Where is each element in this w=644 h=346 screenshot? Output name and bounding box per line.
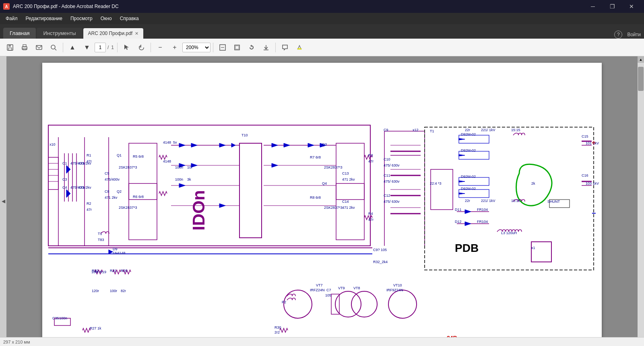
highlight-button[interactable] bbox=[293, 41, 306, 54]
label-2sk2837-3-3: 2SK2837*3 bbox=[324, 165, 343, 169]
page-number-input[interactable] bbox=[95, 43, 106, 52]
label-120r: 120r bbox=[92, 289, 99, 293]
menubar: Файл Редактирование Просмотр Окно Справк… bbox=[0, 13, 644, 24]
label-shunt: SHUNT bbox=[547, 200, 560, 204]
titlebar: A ARC 200 Профи.pdf - Adobe Acrobat Read… bbox=[0, 0, 644, 13]
app-icon: A bbox=[3, 3, 10, 10]
label-471-2kv-5: 471 2kv bbox=[342, 206, 355, 210]
tab-home[interactable]: Главная bbox=[3, 28, 36, 39]
menu-edit[interactable]: Редактирование bbox=[22, 14, 66, 23]
hand-tool-button[interactable] bbox=[134, 41, 148, 54]
menu-view[interactable]: Просмотр bbox=[66, 14, 97, 23]
close-button[interactable]: ✕ bbox=[622, 0, 641, 13]
label-q4: Q4 bbox=[322, 181, 327, 185]
label-47r-3: 47r bbox=[368, 159, 374, 163]
download-button[interactable] bbox=[259, 41, 273, 54]
menu-help[interactable]: Справка bbox=[116, 14, 143, 23]
label-15-15-2: 15:15 bbox=[511, 199, 520, 203]
label-irf9z24n: IRF9Z24N bbox=[386, 288, 403, 292]
label-x1: x1 bbox=[531, 246, 535, 250]
menu-window[interactable]: Окно bbox=[97, 14, 116, 23]
scroll-left-arrow[interactable]: ◀ bbox=[0, 56, 6, 346]
label-q1: Q1 bbox=[117, 153, 122, 157]
label-221-1kv-2: 221/ 1kV bbox=[481, 199, 495, 203]
help-icon[interactable]: ? bbox=[614, 31, 622, 39]
scroll-track[interactable] bbox=[638, 63, 644, 340]
separator-4 bbox=[213, 43, 213, 52]
label-100n-c35: 100n bbox=[59, 316, 67, 320]
label-t1: T1 bbox=[430, 129, 434, 133]
label-471-2kv-2: 471 2kv bbox=[78, 185, 91, 189]
label-p2: P2 bbox=[282, 300, 286, 304]
label-c8: C8 bbox=[105, 189, 109, 194]
label-r1: R1 bbox=[87, 153, 91, 157]
label-475-630v-2: 475/ 630v bbox=[384, 179, 400, 183]
svg-line-8 bbox=[55, 49, 56, 50]
label-c4: C4 bbox=[62, 185, 67, 189]
label-105: 105 bbox=[325, 293, 331, 297]
label-4148-2: 4148 bbox=[163, 159, 171, 163]
label-r8-6r8: R8 6r8 bbox=[310, 196, 321, 200]
select-tool-button[interactable] bbox=[120, 41, 134, 54]
fit-page-button[interactable] bbox=[230, 41, 244, 54]
label-471-2kv-4: 471 2kv bbox=[342, 177, 355, 181]
minimize-button[interactable]: ─ bbox=[584, 0, 602, 13]
email-button[interactable] bbox=[32, 41, 46, 54]
svg-rect-1 bbox=[8, 45, 11, 47]
label-c35: C35 bbox=[52, 316, 59, 320]
scroll-thumb[interactable] bbox=[638, 67, 644, 91]
label-vt7: VT7 bbox=[316, 283, 323, 287]
comment-button[interactable] bbox=[278, 41, 292, 54]
label-irfz24n-1: IRFZ24N bbox=[310, 288, 325, 292]
label-471-2kv-3: 471 2kv bbox=[105, 196, 118, 200]
save-button[interactable] bbox=[3, 41, 17, 54]
svg-text:−: − bbox=[592, 209, 596, 217]
zoom-out-button[interactable]: − bbox=[153, 41, 167, 54]
label-47r-1: 47r bbox=[87, 159, 92, 163]
next-page-button[interactable]: ▼ bbox=[80, 41, 94, 54]
label-c15: C15 bbox=[582, 134, 588, 138]
main-area: ◀ bbox=[0, 56, 644, 346]
tab-right-area: ? Войти bbox=[614, 31, 641, 39]
tab-document[interactable]: ARC 200 Профи.pdf ✕ bbox=[83, 28, 144, 39]
label-d12: D12 bbox=[455, 220, 462, 224]
scroll-up-arrow[interactable]: ▲ bbox=[638, 56, 644, 63]
label-r20: R20 bbox=[121, 269, 128, 273]
titlebar-controls: ─ ❐ ✕ bbox=[584, 0, 641, 13]
label-b3: T83 bbox=[98, 238, 104, 242]
label-r32: R32_2k4 bbox=[373, 260, 388, 264]
label-c5: C5 bbox=[105, 171, 109, 175]
label-100n-2: 100n bbox=[175, 177, 183, 181]
vertical-scrollbar: ▲ ▼ bbox=[638, 56, 644, 346]
maximize-button[interactable]: ❐ bbox=[603, 0, 621, 13]
signin-button[interactable]: Войти bbox=[627, 32, 641, 37]
tab-doc-label: ARC 200 Профи.pdf bbox=[88, 31, 133, 36]
menu-file[interactable]: Файл bbox=[2, 14, 22, 23]
label-vt8: VT8 bbox=[353, 286, 360, 290]
pdf-area: + − IDOn x10 C1 C3 C4 475/400v 475/400v … bbox=[6, 56, 638, 346]
rotate-button[interactable] bbox=[245, 41, 258, 54]
label-l3-120uh: L3 120uH bbox=[501, 231, 517, 235]
prev-page-button[interactable]: ▲ bbox=[66, 41, 79, 54]
label-x12: x12 bbox=[413, 128, 419, 132]
print-button[interactable] bbox=[18, 41, 31, 54]
statusbar: 297 х 210 мм bbox=[0, 337, 644, 346]
label-fr104-2: FR104 bbox=[477, 220, 488, 224]
label-r4: R4 bbox=[368, 212, 373, 216]
zoom-select[interactable]: 200% 150% 100% 75% 50% bbox=[182, 43, 211, 52]
label-d92m-02-1: D92M-02 bbox=[461, 132, 476, 136]
label-t10: T10 bbox=[242, 133, 248, 137]
tab-tools[interactable]: Инструменты bbox=[37, 28, 82, 39]
label-4148-1: 4148 bbox=[163, 140, 171, 144]
label-c9: C9 bbox=[384, 128, 388, 132]
label-22r-2: 22r bbox=[465, 199, 470, 203]
page-separator: / bbox=[107, 45, 109, 50]
search-button[interactable] bbox=[47, 41, 60, 54]
label-c9-right: C9? 105 bbox=[373, 248, 387, 252]
label-d92m-02-2: D92M-02 bbox=[461, 148, 476, 152]
label-2r2: 2r2 bbox=[275, 330, 280, 334]
label-d9: D9 bbox=[113, 247, 118, 251]
fit-width-button[interactable] bbox=[216, 41, 229, 54]
tab-close-button[interactable]: ✕ bbox=[135, 31, 138, 36]
zoom-in-button[interactable]: + bbox=[168, 41, 182, 54]
